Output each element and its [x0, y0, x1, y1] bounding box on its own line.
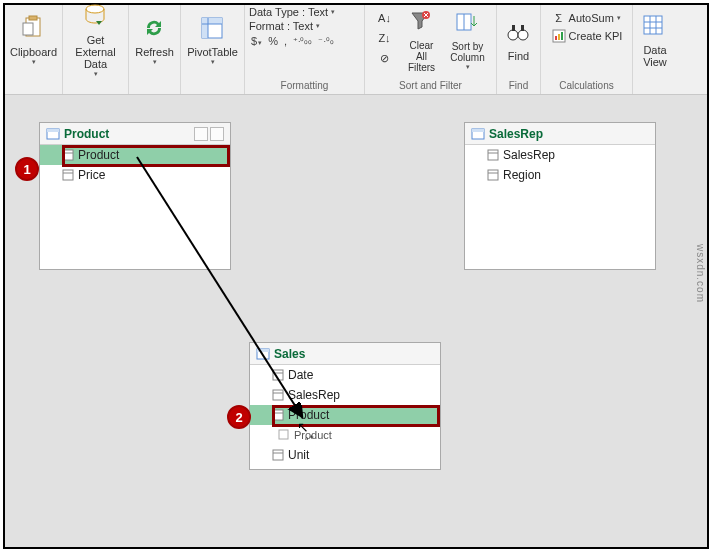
- autosum-label: AutoSum: [569, 12, 614, 24]
- svg-rect-18: [558, 34, 560, 40]
- table-header[interactable]: Sales: [250, 343, 440, 365]
- field-date[interactable]: Date: [250, 365, 440, 385]
- clear-all-filters-button[interactable]: Clear All Filters: [399, 5, 445, 73]
- group-calc: Σ AutoSum ▾ Create KPI Calculations: [541, 5, 633, 94]
- sort-az-icon: A↓: [377, 10, 393, 26]
- grid-icon: [641, 14, 669, 42]
- database-icon: [82, 4, 110, 32]
- drag-ghost-label: Product: [294, 429, 332, 441]
- svg-rect-43: [273, 410, 283, 420]
- clear-filters-label: Clear All Filters: [405, 40, 439, 73]
- svg-rect-6: [202, 18, 222, 24]
- field-salesrep[interactable]: SalesRep: [250, 385, 440, 405]
- sort-by-column-label: Sort by Column: [450, 41, 484, 63]
- svg-rect-14: [512, 25, 515, 31]
- find-group-label: Find: [509, 78, 528, 94]
- decrease-decimal-button[interactable]: ⁻·⁰₀: [318, 36, 334, 46]
- chevron-down-icon: ▾: [466, 63, 470, 71]
- table-product[interactable]: Product Product Price: [39, 122, 231, 270]
- group-find: Find Find: [497, 5, 541, 94]
- callout-badge-1: 1: [15, 157, 39, 181]
- pivottable-button[interactable]: PivotTable ▾: [181, 5, 244, 73]
- field-label: Price: [78, 168, 105, 182]
- field-product[interactable]: Product: [250, 405, 440, 425]
- get-external-data-button[interactable]: Get External Data ▾: [65, 5, 126, 73]
- format-label: Format : Text: [249, 20, 313, 32]
- data-view-label: Data View: [643, 44, 667, 68]
- chevron-down-icon: ▾: [617, 14, 621, 22]
- sort-by-column-button[interactable]: Sort by Column ▾: [445, 5, 491, 73]
- table-view-button-1[interactable]: [194, 127, 208, 141]
- field-price[interactable]: Price: [40, 165, 230, 185]
- field-label: Date: [288, 368, 313, 382]
- group-view: Data View: [633, 5, 677, 94]
- table-title: Sales: [274, 347, 434, 361]
- data-type-selector[interactable]: Data Type : Text ▾: [247, 5, 337, 19]
- find-button[interactable]: Find: [499, 5, 539, 73]
- calc-group-label: Calculations: [559, 78, 613, 94]
- svg-point-13: [518, 30, 528, 40]
- chevron-down-icon: ▾: [316, 22, 320, 30]
- group-formatting: Data Type : Text ▾ Format : Text ▾ $▾ % …: [245, 5, 365, 94]
- field-unit[interactable]: Unit: [250, 445, 440, 465]
- svg-rect-39: [273, 370, 283, 380]
- diagram-canvas[interactable]: Product Product Price SalesRep SalesRep: [5, 95, 707, 547]
- table-icon: [471, 127, 485, 141]
- sort-column-icon: [454, 11, 482, 39]
- table-view-button-2[interactable]: [210, 127, 224, 141]
- kpi-icon: [551, 28, 567, 44]
- currency-button[interactable]: $▾: [251, 35, 262, 47]
- field-label: Product: [288, 408, 329, 422]
- format-selector[interactable]: Format : Text ▾: [247, 19, 322, 33]
- column-icon: [278, 429, 290, 441]
- table-header[interactable]: SalesRep: [465, 123, 655, 145]
- create-kpi-button[interactable]: Create KPI: [549, 27, 625, 45]
- table-header[interactable]: Product: [40, 123, 230, 145]
- field-region[interactable]: Region: [465, 165, 655, 185]
- svg-rect-20: [644, 16, 662, 34]
- chevron-down-icon: ▾: [258, 39, 262, 46]
- funnel-clear-icon: [408, 10, 436, 38]
- svg-rect-35: [488, 170, 498, 180]
- field-label: Region: [503, 168, 541, 182]
- dollar-icon: $: [251, 35, 257, 47]
- sort-asc-button[interactable]: A↓: [375, 9, 395, 27]
- field-salesrep[interactable]: SalesRep: [465, 145, 655, 165]
- comma-button[interactable]: ,: [284, 35, 287, 47]
- svg-rect-41: [273, 390, 283, 400]
- table-sales[interactable]: Sales Date SalesRep Product Product Unit: [249, 342, 441, 470]
- column-icon: [62, 169, 74, 181]
- watermark: wsxdn.com: [695, 244, 706, 303]
- sigma-icon: Σ: [551, 10, 567, 26]
- sort-desc-button[interactable]: Z↓: [375, 29, 395, 47]
- table-icon: [256, 347, 270, 361]
- svg-rect-38: [257, 349, 269, 352]
- refresh-button[interactable]: Refresh ▾: [129, 5, 180, 73]
- svg-rect-15: [521, 25, 524, 31]
- clipboard-button[interactable]: Clipboard ▾: [4, 5, 63, 73]
- chevron-down-icon: ▾: [32, 58, 36, 66]
- pivottable-icon: [199, 16, 227, 44]
- increase-decimal-button[interactable]: ⁺·⁰₀₀: [293, 36, 313, 46]
- group-pivot: PivotTable ▾: [181, 5, 245, 94]
- clear-sort-button[interactable]: ⊘: [375, 49, 395, 67]
- column-icon: [272, 369, 284, 381]
- table-salesrep[interactable]: SalesRep SalesRep Region: [464, 122, 656, 270]
- autosum-button[interactable]: Σ AutoSum ▾: [549, 9, 623, 27]
- field-label: Unit: [288, 448, 309, 462]
- table-icon: [46, 127, 60, 141]
- svg-point-12: [508, 30, 518, 40]
- refresh-label: Refresh: [135, 46, 174, 58]
- field-product[interactable]: Product: [40, 145, 230, 165]
- table-tools: [194, 127, 224, 141]
- svg-rect-45: [279, 430, 288, 439]
- percent-button[interactable]: %: [268, 35, 278, 47]
- svg-rect-17: [555, 36, 557, 40]
- column-icon: [487, 149, 499, 161]
- data-type-label: Data Type : Text: [249, 6, 328, 18]
- data-view-button[interactable]: Data View: [635, 5, 675, 73]
- svg-rect-33: [488, 150, 498, 160]
- pivottable-label: PivotTable: [187, 46, 238, 58]
- column-icon: [62, 149, 74, 161]
- number-format-icons: $▾ % , ⁺·⁰₀₀ ⁻·⁰₀: [247, 33, 338, 49]
